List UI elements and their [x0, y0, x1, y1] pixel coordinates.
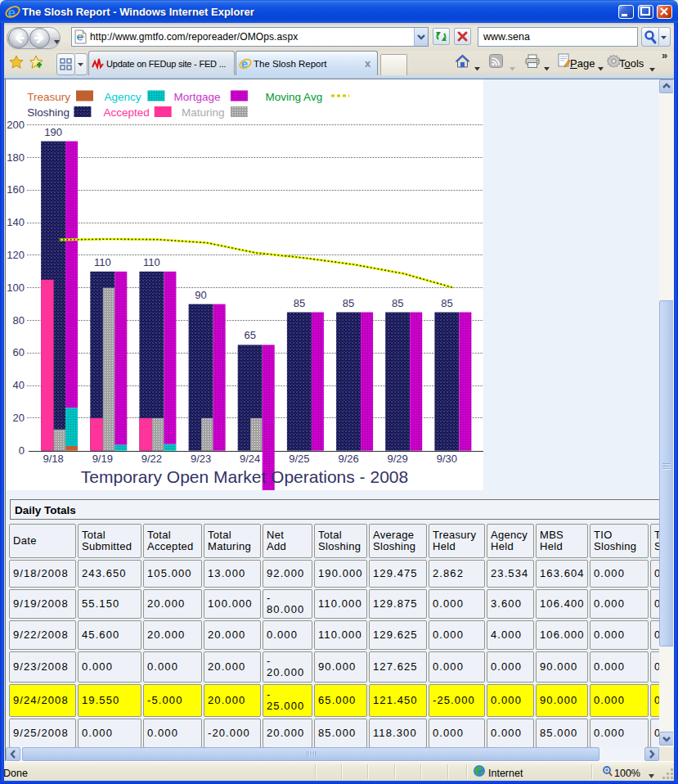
svg-text:Sloshing: Sloshing [27, 106, 70, 119]
svg-text:80: 80 [13, 314, 25, 327]
svg-text:110: 110 [143, 256, 160, 268]
svg-text:190: 190 [44, 126, 62, 138]
svg-text:120: 120 [7, 249, 25, 261]
svg-text:9/29: 9/29 [388, 453, 408, 465]
svg-text:200: 200 [7, 119, 25, 131]
svg-text:Treasury: Treasury [27, 91, 70, 103]
svg-text:60: 60 [13, 346, 25, 358]
svg-text:100: 100 [7, 282, 25, 294]
svg-text:9/30: 9/30 [437, 453, 457, 465]
svg-text:85: 85 [294, 297, 305, 309]
svg-text:90: 90 [195, 289, 206, 301]
svg-text:140: 140 [7, 216, 25, 228]
svg-text:180: 180 [7, 151, 25, 164]
svg-text:0: 0 [19, 444, 25, 457]
svg-text:Mortgage: Mortgage [174, 91, 221, 103]
svg-text:9/23: 9/23 [191, 453, 211, 465]
svg-text:Temporary Open Market Operatio: Temporary Open Market Operations - 2008 [81, 467, 408, 486]
svg-text:160: 160 [7, 183, 25, 196]
svg-text:Moving Avg: Moving Avg [266, 91, 323, 103]
svg-text:9/18: 9/18 [43, 453, 63, 465]
svg-text:110: 110 [94, 256, 111, 268]
svg-text:9/24: 9/24 [240, 453, 260, 465]
svg-text:9/22: 9/22 [141, 453, 162, 465]
svg-text:40: 40 [13, 379, 25, 391]
svg-text:65: 65 [244, 329, 255, 341]
svg-text:9/19: 9/19 [92, 453, 113, 465]
svg-text:Agency: Agency [105, 91, 141, 103]
svg-text:9/26: 9/26 [338, 453, 358, 465]
svg-text:85: 85 [392, 297, 403, 309]
svg-text:Accepted: Accepted [104, 106, 150, 119]
svg-text:9/25: 9/25 [289, 453, 309, 465]
svg-text:Maturing: Maturing [182, 106, 225, 119]
svg-text:85: 85 [343, 297, 354, 309]
svg-text:20: 20 [13, 412, 25, 424]
svg-text:85: 85 [441, 297, 452, 309]
